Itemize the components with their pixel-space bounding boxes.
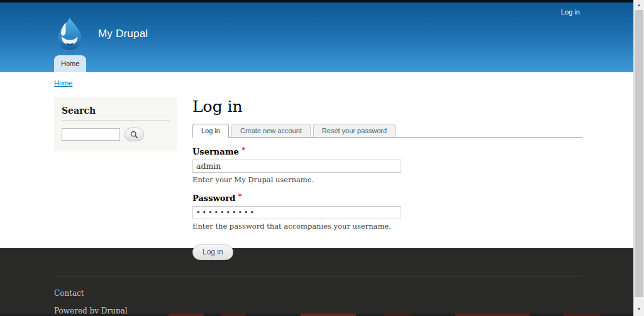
login-submit-button[interactable]: Log in [192,244,233,260]
user-login-form: Username * Enter your My Drupal username… [192,146,582,260]
password-field[interactable] [192,206,401,219]
drupal-logo-icon[interactable] [54,16,86,52]
taskbar-blotch [221,313,245,316]
search-block-title: Search [62,104,170,121]
username-description: Enter your My Drupal username. [192,175,582,184]
menu-item-home[interactable]: Home [54,55,86,72]
tab-log-in[interactable]: Log in [192,124,229,138]
main-menu: Home [54,55,86,72]
taskbar-strip [0,313,633,316]
search-input[interactable] [62,128,120,141]
breadcrumb: Home [54,79,633,87]
search-icon [130,131,138,139]
required-marker: * [242,146,245,154]
site-name[interactable]: My Drupal [98,28,148,40]
page-body: Log in My Drupal [0,0,633,316]
password-description: Enter the password that accompanies your… [192,222,582,231]
secondary-menu: Log in [561,6,580,17]
vertical-scrollbar[interactable]: ▲ ▼ [633,0,644,316]
search-form [62,128,170,141]
page-main: Log in Log in Create new account Reset y… [192,97,582,260]
contact-link[interactable]: Contact [54,289,84,298]
login-link[interactable]: Log in [561,8,580,16]
search-block: Search [54,97,177,151]
site-branding[interactable]: My Drupal [54,16,148,52]
scrollbar-thumb[interactable] [635,10,643,297]
taskbar-blotch [564,313,600,316]
main-content-area: Home Search [0,72,633,248]
taskbar-blotch [169,313,203,316]
form-item-password: Password * Enter the password that accom… [192,192,582,231]
taskbar-blotch [455,313,530,316]
site-header: Log in My Drupal [0,3,633,72]
breadcrumb-home-link[interactable]: Home [54,79,72,87]
scroll-up-icon[interactable]: ▲ [634,0,644,10]
required-marker: * [238,192,242,200]
tab-reset-your-password[interactable]: Reset your password [313,124,396,137]
browser-viewport: Log in My Drupal [0,0,644,316]
search-submit-button[interactable] [125,128,144,141]
password-label-text: Password [192,193,235,203]
tab-create-new-account[interactable]: Create new account [231,124,311,137]
page-title: Log in [192,97,582,116]
tabs-bar: Log in Create new account Reset your pas… [192,124,582,138]
content-layout: Search Log in [54,97,582,260]
scroll-down-icon[interactable]: ▼ [634,304,644,314]
username-label-text: Username [192,147,239,156]
footer-bottom: Contact Powered by Drupal [54,276,582,315]
username-field[interactable] [192,160,401,173]
form-item-username: Username * Enter your My Drupal username… [192,146,582,184]
taskbar-blotch [384,313,413,316]
taskbar-blotch [301,313,356,316]
sidebar-first: Search [54,97,177,260]
username-label: Username * [192,147,245,156]
password-label: Password * [192,193,242,203]
